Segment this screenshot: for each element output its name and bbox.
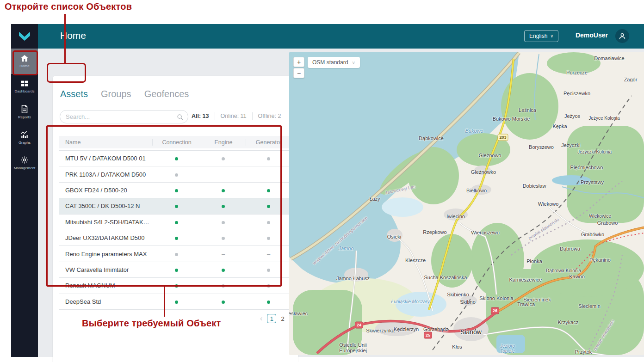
zoom-out-button[interactable]: −	[293, 68, 304, 78]
map-label: Łazy	[369, 196, 380, 202]
status-dot	[222, 205, 225, 208]
map-label: Iwięcino	[446, 214, 465, 219]
map-label: Dąbkowice	[419, 135, 444, 141]
map-label: Skibno	[460, 299, 476, 305]
map-label: województwo zachodniopomorskie	[311, 215, 368, 265]
table-row-selected[interactable]: CAT 3500E / DK D500-12 N	[59, 198, 291, 214]
screenshot-root: { "annotations": { "top_label": "Откройт…	[0, 0, 644, 362]
map-layer-selector[interactable]: OSM standard ∨	[308, 57, 360, 68]
status-dot	[267, 221, 270, 224]
map-label: Sianów	[460, 328, 482, 336]
map-panel[interactable]: DomasławicePorzeczeZagórPęciszewkoLeśnic…	[289, 52, 644, 355]
table-row[interactable]: MTU 5V / DATAKOM D500 01	[59, 150, 291, 166]
map-label: Sucha Koszalińska	[424, 275, 467, 280]
stat-online: Online: 11	[221, 113, 247, 119]
chevron-down-icon: ∨	[550, 34, 553, 38]
search-box[interactable]	[60, 110, 188, 123]
language-label: English	[529, 33, 547, 39]
annotation-select-asset: Выберите требуемый Объект	[82, 318, 221, 329]
map-label: Domasławice	[594, 55, 624, 61]
map-label: Kleszcze	[405, 258, 426, 263]
table-row[interactable]: Reno Engine parameters MAX––	[59, 246, 291, 262]
pagination-page-1[interactable]: 1	[267, 314, 276, 323]
map-label: Wiekowo	[538, 201, 559, 207]
status-dot	[222, 301, 225, 304]
map-label: Porzecze	[566, 70, 588, 75]
map-label: powiat sławieński	[592, 319, 615, 351]
sidebar-item-label: Dashboards	[14, 89, 34, 93]
table-row[interactable]: GBOX FD24 / D500-20	[59, 183, 291, 198]
sidebar-item-label: Reports	[18, 115, 31, 119]
map-label: Bukowo Morskie	[493, 116, 530, 122]
map-zoom-controls: + −	[293, 57, 303, 78]
map-label: Leśnica	[519, 107, 536, 113]
map-label: Pęciszewko	[564, 91, 590, 96]
sidebar-item-label: Management	[14, 166, 36, 170]
map-label: Osieki	[387, 234, 402, 239]
map-label: Kawno	[569, 274, 585, 279]
status-dot: –	[267, 251, 270, 258]
tab-geofences[interactable]: Geofences	[144, 89, 189, 99]
status-dot	[175, 221, 178, 224]
status-dot	[267, 284, 270, 288]
sidebar-nav: Home Dashboards Reports	[11, 49, 38, 357]
map-label: Gorzebądz	[423, 326, 448, 332]
table-row[interactable]: DeepSea Std	[59, 294, 291, 310]
top-header-bar: Home English ∨ DemoUser	[38, 24, 644, 49]
map-label: Krzykacz	[558, 319, 579, 325]
divider	[215, 112, 215, 120]
pagination-prev[interactable]: ‹	[260, 314, 262, 323]
sidebar-item-graphs[interactable]: Graphs	[11, 125, 38, 150]
app-logo[interactable]	[11, 24, 38, 49]
map-label: Gleżnówko	[471, 169, 496, 175]
table-row[interactable]: Renault MAGNUM	[59, 278, 291, 294]
status-dot: –	[267, 171, 270, 178]
sidebar-item-dashboards[interactable]: Dashboards	[11, 74, 38, 99]
map-label: Jamno	[338, 245, 353, 251]
user-name: DemoUser	[576, 31, 608, 39]
avatar[interactable]	[615, 29, 629, 43]
tab-assets[interactable]: Assets	[60, 89, 88, 99]
status-dot: –	[222, 251, 225, 258]
status-dot	[175, 269, 178, 272]
reports-icon	[21, 105, 28, 113]
table-row[interactable]: Mitsubishi S4L2-SDH/DATAKOM D5...	[59, 215, 291, 230]
tab-groups[interactable]: Groups	[101, 89, 131, 99]
status-dot	[222, 237, 225, 240]
map-layer-label: OSM standard	[312, 59, 348, 66]
map-label: Jeżyczki Kolonia	[577, 149, 612, 154]
map-label: Dąbrowa Kolonia	[546, 268, 581, 273]
table-header: Name Connection Engine Generator	[59, 136, 291, 148]
status-dot	[222, 157, 225, 160]
pagination-page-2[interactable]: 2	[281, 315, 284, 322]
status-dot	[175, 237, 178, 240]
language-selector[interactable]: English ∨	[524, 30, 558, 42]
map-label: Kędzierzyn	[394, 326, 419, 332]
table-row[interactable]: VW Caravella Imimtator	[59, 262, 291, 278]
status-dot	[267, 189, 270, 192]
column-header-name: Name	[59, 139, 152, 146]
table-row[interactable]: JDeer UX32/DATAKOM D500	[59, 230, 291, 246]
status-dot	[222, 221, 225, 224]
map-label: Skibno Kolonia	[479, 295, 513, 301]
map-label: Kłos	[452, 344, 462, 350]
map-label: Pięćmiechowo	[570, 165, 603, 170]
road-shield: 25	[424, 332, 432, 339]
sidebar-item-reports[interactable]: Reports	[11, 99, 38, 125]
sidebar-item-management[interactable]: Management	[11, 150, 38, 176]
map-label: iesławiec	[289, 311, 308, 316]
stat-all: All: 13	[192, 113, 209, 119]
map-label: Boryszewo	[529, 144, 554, 150]
sidebar-item-home[interactable]: Home	[11, 49, 38, 74]
status-dot	[267, 269, 270, 272]
table-row[interactable]: PRK 1103A / DATAKOM D500––	[59, 166, 291, 182]
map-labels-layer: DomasławicePorzeczeZagórPęciszewkoLeśnic…	[289, 52, 644, 355]
road-shield: 24	[355, 322, 363, 329]
map-label: Jezioro Topiele	[495, 344, 520, 354]
stat-offline: Offline: 2	[258, 113, 281, 119]
asset-name: MTU 5V / DATAKOM D500 01	[59, 155, 152, 162]
map-label: Jeżyce Kolonia	[588, 116, 619, 121]
map-label: Bukowo	[465, 128, 483, 134]
search-input[interactable]	[65, 113, 177, 121]
zoom-in-button[interactable]: +	[293, 57, 304, 67]
